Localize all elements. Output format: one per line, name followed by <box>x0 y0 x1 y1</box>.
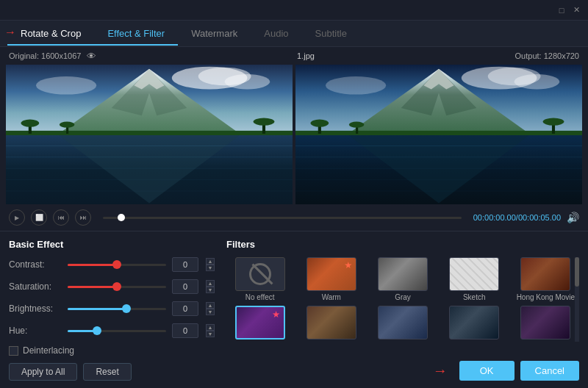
filter-hkmovie-label: Hong Kong Movie <box>517 293 576 301</box>
no-effect-icon <box>249 263 271 285</box>
svg-point-25 <box>514 74 560 90</box>
minimize-button[interactable]: □ <box>556 4 567 16</box>
contrast-label: Contrast: <box>9 259 62 270</box>
filters-scrollbar[interactable] <box>575 257 579 342</box>
time-display: 00:00:00.00/00:00:05.00 <box>473 213 561 222</box>
hue-down[interactable]: ▼ <box>206 331 215 337</box>
original-resolution: Original: 1600x1067 <box>9 51 81 60</box>
output-preview <box>295 65 582 204</box>
svg-point-36 <box>349 122 365 128</box>
filter-sketch-label: Sketch <box>463 293 486 301</box>
hue-up[interactable]: ▲ <box>206 324 215 331</box>
timeline[interactable] <box>103 217 462 219</box>
no-effect-thumb <box>235 257 285 291</box>
hue-row: Hue: 0 ▲ ▼ <box>9 323 215 338</box>
saturation-up[interactable]: ▲ <box>206 280 215 287</box>
eye-icon[interactable]: 👁 <box>87 51 96 62</box>
reset-button[interactable]: Reset <box>83 363 131 381</box>
playback-bar: ▶ ⬜ ⏮ ⏭ 00:00:00.00/00:00:05.00 🔊 <box>0 204 588 231</box>
saturation-thumb[interactable] <box>112 282 121 291</box>
contrast-value: 0 <box>172 257 198 272</box>
svg-point-14 <box>60 122 75 128</box>
bottom-red-arrow: → <box>433 362 448 379</box>
filter6-thumb <box>235 306 285 340</box>
filter-8[interactable] <box>369 306 436 342</box>
saturation-label: Saturation: <box>9 281 62 292</box>
saturation-slider[interactable] <box>68 286 166 288</box>
prev-button[interactable]: ⏮ <box>53 209 69 226</box>
contrast-thumb[interactable] <box>112 260 121 269</box>
saturation-spinner: ▲ ▼ <box>206 280 215 293</box>
filter-sketch[interactable]: Sketch <box>441 257 508 301</box>
filter7-thumb <box>306 306 356 340</box>
filters-panel: Filters No effect Warm Gra <box>226 239 579 378</box>
deinterlacing-label: Deinterlacing <box>23 345 74 356</box>
brightness-label: Brightness: <box>9 303 62 314</box>
output-resolution: Output: 1280x720 <box>515 51 579 60</box>
hue-slider[interactable] <box>68 330 166 332</box>
tab-subtitle[interactable]: Subtitle <box>302 22 360 45</box>
filter-hk-movie[interactable]: Hong Kong Movie <box>512 257 579 301</box>
brightness-thumb[interactable] <box>122 304 131 313</box>
action-buttons: Apply to All Reset <box>9 363 215 381</box>
saturation-row: Saturation: 0 ▲ ▼ <box>9 279 215 294</box>
next-button[interactable]: ⏭ <box>75 209 91 226</box>
filter-no-effect[interactable]: No effect <box>226 257 293 301</box>
preview-left <box>6 65 293 204</box>
brightness-up[interactable]: ▲ <box>206 302 215 309</box>
tab-effect-filter[interactable]: Effect & Filter <box>94 22 178 45</box>
filter-no-effect-label: No effect <box>245 293 275 301</box>
close-button[interactable]: ✕ <box>570 4 582 16</box>
filter-9[interactable] <box>441 306 508 342</box>
brightness-value: 0 <box>172 301 198 316</box>
sketch-thumb <box>449 257 499 291</box>
svg-point-3 <box>225 74 270 90</box>
tab-rotate-crop[interactable]: Rotate & Crop <box>7 22 94 45</box>
filter-warm[interactable]: Warm <box>298 257 365 301</box>
filter-6[interactable] <box>226 306 293 342</box>
play-button[interactable]: ▶ <box>9 209 25 226</box>
bottom-action-area: → OK Cancel <box>433 361 579 381</box>
tab-audio[interactable]: Audio <box>251 22 301 45</box>
svg-point-32 <box>311 119 329 126</box>
ok-button[interactable]: OK <box>459 361 514 381</box>
tab-watermark[interactable]: Watermark <box>178 22 251 45</box>
info-bar: Original: 1600x1067 👁 1.jpg Output: 1280… <box>0 47 588 65</box>
filter-gray-label: Gray <box>395 293 411 301</box>
svg-point-34 <box>543 118 564 125</box>
brightness-row: Brightness: 0 ▲ ▼ <box>9 301 215 316</box>
timeline-thumb[interactable] <box>118 214 125 221</box>
contrast-slider[interactable] <box>68 264 166 266</box>
hue-value: 0 <box>172 323 198 338</box>
filters-grid: No effect Warm Gray Sketch <box>226 257 579 342</box>
filter-10[interactable] <box>512 306 579 342</box>
hue-thumb[interactable] <box>93 326 101 335</box>
contrast-spinner: ▲ ▼ <box>206 258 215 271</box>
brightness-spinner: ▲ ▼ <box>206 302 215 315</box>
stop-button[interactable]: ⬜ <box>31 209 47 226</box>
filters-scrollbar-thumb[interactable] <box>575 257 579 287</box>
contrast-down[interactable]: ▼ <box>206 265 215 271</box>
brightness-slider[interactable] <box>68 308 166 310</box>
svg-point-26 <box>326 76 386 95</box>
deinterlacing-checkbox[interactable] <box>9 346 18 356</box>
apply-to-all-button[interactable]: Apply to All <box>9 363 77 381</box>
preview-area <box>0 65 588 204</box>
preview-right <box>295 65 582 204</box>
volume-icon[interactable]: 🔊 <box>567 212 579 223</box>
hue-label: Hue: <box>9 326 62 336</box>
filter-7[interactable] <box>298 306 365 342</box>
svg-point-12 <box>254 118 275 125</box>
filters-title: Filters <box>226 239 579 250</box>
svg-point-10 <box>21 119 40 126</box>
saturation-down[interactable]: ▼ <box>206 287 215 293</box>
gray-thumb <box>378 257 428 291</box>
warm-thumb <box>306 257 356 291</box>
basic-effects-panel: Basic Effect Contrast: 0 ▲ ▼ Saturation: <box>9 239 215 378</box>
cancel-button[interactable]: Cancel <box>520 361 579 381</box>
brightness-down[interactable]: ▼ <box>206 309 215 315</box>
filter-gray[interactable]: Gray <box>369 257 436 301</box>
contrast-up[interactable]: ▲ <box>206 258 215 265</box>
contrast-row: Contrast: 0 ▲ ▼ <box>9 257 215 272</box>
filter-warm-label: Warm <box>322 293 341 301</box>
